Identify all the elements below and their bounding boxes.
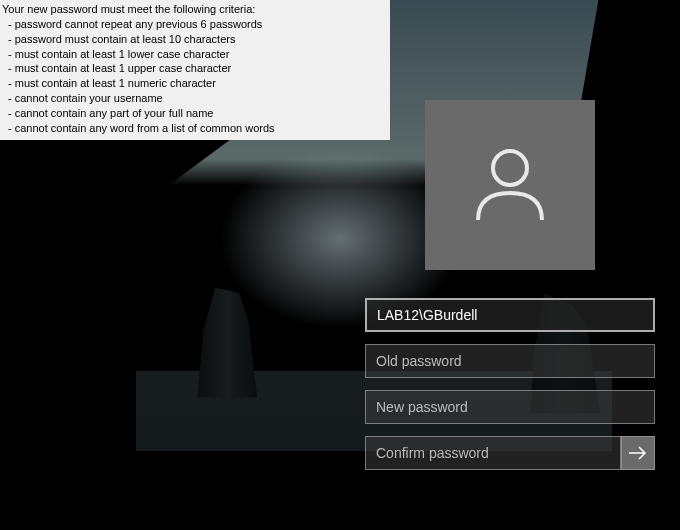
username-field[interactable] [365, 298, 655, 332]
criteria-item: - password cannot repeat any previous 6 … [2, 17, 386, 32]
criteria-item: - must contain at least 1 upper case cha… [2, 61, 386, 76]
new-password-field[interactable] [365, 390, 655, 424]
criteria-item: - password must contain at least 10 char… [2, 32, 386, 47]
user-avatar [425, 100, 595, 270]
login-panel [365, 100, 655, 470]
submit-button[interactable] [621, 436, 655, 470]
criteria-item: - must contain at least 1 lower case cha… [2, 47, 386, 62]
criteria-item: - must contain at least 1 numeric charac… [2, 76, 386, 91]
svg-point-0 [493, 151, 527, 185]
criteria-title: Your new password must meet the followin… [2, 2, 386, 17]
arrow-right-icon [628, 445, 648, 461]
password-criteria-panel: Your new password must meet the followin… [0, 0, 390, 140]
criteria-item: - cannot contain any word from a list of… [2, 121, 386, 136]
criteria-item: - cannot contain any part of your full n… [2, 106, 386, 121]
confirm-password-field[interactable] [365, 436, 621, 470]
old-password-field[interactable] [365, 344, 655, 378]
user-icon [460, 135, 560, 235]
criteria-item: - cannot contain your username [2, 91, 386, 106]
